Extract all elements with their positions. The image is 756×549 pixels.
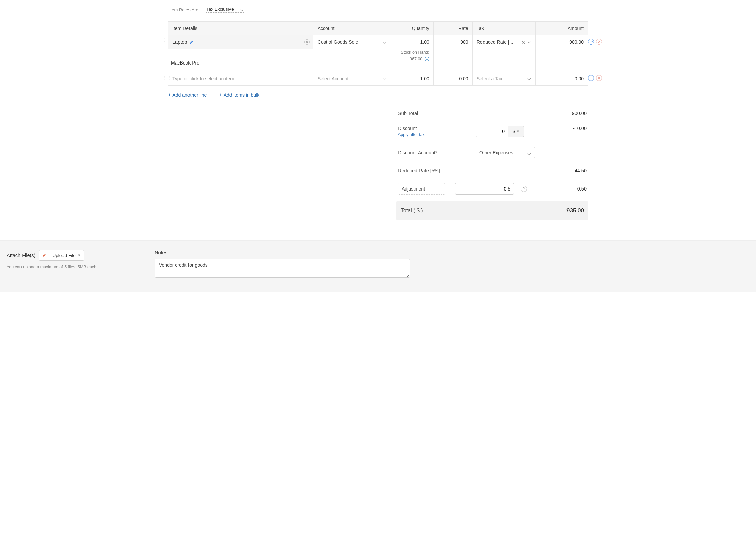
row-more-icon[interactable]: ⋯ (588, 75, 594, 81)
upload-file-label: Upload File (52, 253, 75, 258)
total-label: Total ( $ ) (401, 208, 566, 214)
col-header-rate: Rate (433, 22, 472, 35)
stock-label: Stock on Hand: (401, 50, 429, 55)
chevron-down-icon (528, 39, 531, 43)
item-select-input[interactable]: Type or click to select an item. (172, 76, 236, 81)
apply-after-tax-link[interactable]: Apply after tax (398, 132, 476, 137)
attach-files-label: Attach File(s) (7, 253, 35, 258)
quantity-input[interactable]: 1.00 (395, 39, 429, 45)
tax-mode-value: Tax Exclusive (206, 7, 234, 12)
row-more-icon[interactable]: ⋯ (588, 39, 594, 45)
item-name-text: Laptop (172, 39, 187, 45)
col-header-item: Item Details (168, 22, 313, 35)
account-select[interactable]: Select Account (318, 76, 387, 81)
add-bulk-label: Add items in bulk (224, 92, 260, 98)
chevron-down-icon (528, 151, 531, 154)
tax-mode-select[interactable]: Tax Exclusive (206, 7, 244, 13)
paperclip-icon (39, 250, 49, 260)
total-value: 935.00 (566, 207, 584, 214)
discount-account-select[interactable]: Other Expenses (476, 147, 535, 158)
quantity-input[interactable]: 1.00 (391, 72, 433, 86)
drag-handle-icon[interactable]: ⋮⋮⋮⋮ (162, 39, 167, 42)
amount-cell: 900.00 (536, 35, 588, 72)
tax-line-label: Reduced Rate [5%] (398, 168, 476, 173)
account-value: Cost of Goods Sold (318, 39, 358, 45)
tax-select[interactable]: Select a Tax (477, 76, 531, 81)
discount-unit-value: $ (513, 129, 515, 134)
account-placeholder: Select Account (318, 76, 349, 81)
notes-label: Notes (155, 250, 749, 255)
attach-hint: You can upload a maximum of 5 files, 5MB… (7, 265, 131, 269)
subtotal-value: 900.00 (550, 111, 587, 116)
clear-item-icon[interactable]: ✕ (304, 39, 310, 45)
chevron-down-icon (383, 76, 387, 79)
chevron-down-icon (528, 76, 531, 79)
rate-input[interactable]: 0.00 (433, 72, 472, 86)
chevron-down-icon (241, 8, 244, 11)
discount-unit-toggle[interactable]: $ ▼ (508, 126, 524, 137)
clear-tax-icon[interactable]: ✕ (521, 39, 526, 45)
plus-icon: + (168, 92, 171, 98)
stock-value: 967.00 (410, 57, 422, 61)
col-header-account: Account (313, 22, 391, 35)
discount-account-value: Other Expenses (479, 150, 513, 155)
tax-value: Reduced Rate [... (477, 39, 519, 45)
chevron-down-icon (383, 39, 387, 43)
discount-account-label: Discount Account* (398, 150, 476, 155)
adjustment-label-input[interactable] (398, 183, 445, 195)
caret-down-icon: ▼ (78, 254, 81, 257)
rate-input[interactable]: 900 (433, 35, 472, 72)
divider (213, 92, 213, 98)
col-header-tax: Tax (472, 22, 535, 35)
account-select[interactable]: Cost of Goods Sold (318, 39, 387, 45)
col-header-amount: Amount (536, 22, 588, 35)
discount-input[interactable] (476, 126, 508, 137)
discount-label: Discount (398, 126, 476, 131)
upload-file-button[interactable]: Upload File ▼ (39, 250, 84, 261)
subtotal-label: Sub Total (398, 111, 476, 116)
help-icon[interactable]: ? (521, 186, 527, 192)
notes-textarea[interactable] (155, 259, 410, 278)
line-items-table: Item Details Account Quantity Rate Tax A… (168, 21, 588, 86)
edit-icon[interactable] (189, 40, 194, 44)
refresh-stock-icon[interactable] (425, 57, 429, 61)
tax-select[interactable]: Reduced Rate [... ✕ (477, 39, 531, 45)
add-line-button[interactable]: +Add another line (168, 92, 207, 98)
tax-placeholder: Select a Tax (477, 76, 526, 81)
drag-handle-icon[interactable]: ⋮⋮⋮⋮ (162, 76, 167, 78)
caret-down-icon: ▼ (516, 130, 519, 133)
col-header-quantity: Quantity (391, 22, 433, 35)
amount-cell: 0.00 (536, 72, 588, 86)
item-name-field[interactable]: Laptop (172, 39, 194, 45)
adjustment-value-input[interactable] (455, 183, 514, 195)
table-row: Type or click to select an item. Select … (168, 72, 588, 86)
discount-value: -10.00 (550, 126, 587, 131)
adjustment-value: 0.50 (550, 186, 587, 192)
add-bulk-button[interactable]: +Add items in bulk (219, 92, 259, 98)
plus-icon: + (219, 92, 222, 98)
row-delete-icon[interactable]: ✕ (596, 75, 602, 81)
tax-line-value: 44.50 (550, 168, 587, 173)
add-line-label: Add another line (172, 92, 207, 98)
item-rates-label: Item Rates Are (169, 7, 198, 12)
row-delete-icon[interactable]: ✕ (596, 39, 602, 45)
table-row: Laptop ✕ MacBook Pro Cost of Goods Sold (168, 35, 588, 72)
